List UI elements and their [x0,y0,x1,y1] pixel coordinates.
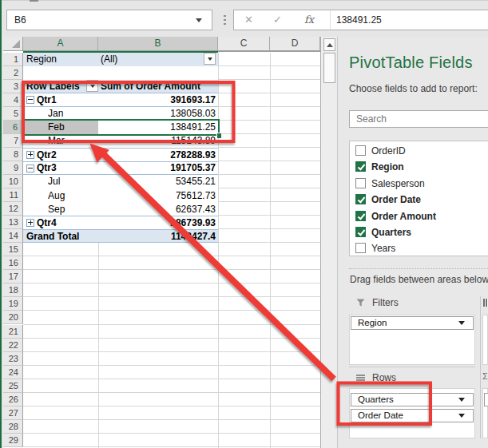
name-box-dropdown-icon[interactable] [196,18,202,22]
field-item-region[interactable]: Region [351,159,486,175]
pivot-label-qtr2[interactable]: Qtr2 [37,149,57,161]
pivot-value-jul[interactable]: 53455.21 [176,175,216,188]
checkbox-salesperson[interactable] [355,178,366,188]
row-header-14[interactable]: 14 [3,229,23,243]
row-header-4[interactable]: 4 [3,93,23,107]
column-header-b[interactable]: B [98,37,218,51]
row-header-26[interactable]: 26 [3,393,23,406]
insert-function-icon[interactable]: fx [304,10,322,30]
row-header-28[interactable]: 28 [3,420,23,434]
row-header-3[interactable]: 3 [3,80,23,93]
row-header-2[interactable]: 2 [3,66,23,80]
pivot-label-mar[interactable]: Mar [48,134,65,148]
row-header-13[interactable]: 13 [3,216,23,229]
checkbox-years[interactable] [355,243,366,253]
pivot-label-sep[interactable]: Sep [48,202,65,216]
rows-pill-quarters[interactable]: Quarters [351,393,474,406]
pivot-values-header[interactable]: Sum of Order Amount [101,80,200,93]
row-header-24[interactable]: 24 [3,366,23,379]
field-item-order-amount[interactable]: Order Amount [351,208,486,224]
checkbox-order-date[interactable] [355,194,366,204]
row-header-8[interactable]: 8 [3,148,23,161]
pivot-filter-dropdown-button[interactable] [204,53,216,65]
row-header-29[interactable]: 29 [3,434,23,447]
vertical-scrollbar-thumb[interactable] [323,53,335,83]
formula-bar-grip[interactable] [224,15,226,26]
vertical-scrollbar[interactable] [321,37,337,448]
gridline [218,106,320,107]
field-item-years[interactable]: Years [351,240,486,256]
field-item-order-date[interactable]: Order Date [351,192,486,208]
pivot-value-qtr1[interactable]: 391693.17 [170,93,216,106]
pivot-value-aug[interactable]: 75612.73 [176,188,216,202]
pivot-label-qtr4[interactable]: Qtr4 [37,216,57,229]
row-header-22[interactable]: 22 [3,339,23,352]
row-header-11[interactable]: 11 [3,188,23,202]
row-header-21[interactable]: 21 [3,325,23,339]
row-header-12[interactable]: 12 [3,202,23,216]
pivot-label-grand-total[interactable]: Grand Total [26,230,79,242]
checkbox-orderid[interactable] [355,145,366,156]
select-all-corner[interactable] [3,37,23,51]
row-labels-filter-button[interactable] [86,80,98,92]
row-header-17[interactable]: 17 [3,270,23,283]
column-header-a[interactable]: A [23,37,98,51]
row-header-27[interactable]: 27 [3,406,23,420]
column-header-c[interactable]: C [218,37,270,51]
collapse-button-qtr1[interactable] [26,96,34,104]
column-header-d[interactable]: D [270,37,320,51]
pivot-value-qtr4[interactable]: 286739.93 [170,216,216,229]
row-header-1[interactable]: 1 [3,53,23,66]
pivot-value-qtr3[interactable]: 191705.37 [170,162,216,174]
enter-icon[interactable]: ✓ [273,10,286,30]
gridline [218,161,320,161]
checkbox-region[interactable] [355,161,366,172]
row-header-6[interactable]: 6 [3,121,23,134]
rows-pill-order-date[interactable]: Order Date [351,409,474,422]
field-item-quarters[interactable]: Quarters [351,224,486,240]
collapse-button-qtr3[interactable] [26,165,34,172]
pivot-value-sep[interactable]: 62637.43 [176,202,216,216]
row-header-20[interactable]: 20 [3,311,23,324]
pill-dropdown-icon[interactable] [458,321,465,325]
pill-dropdown-icon[interactable] [458,398,465,402]
expand-button-qtr4[interactable] [26,219,34,227]
row-header-25[interactable]: 25 [3,379,23,393]
row-header-9[interactable]: 9 [3,161,23,175]
field-item-salesperson[interactable]: Salesperson [351,176,486,192]
columns-icon [483,299,488,307]
row-header-15[interactable]: 15 [3,243,23,256]
pivot-label-aug[interactable]: Aug [48,188,65,202]
expand-button-qtr2[interactable] [26,151,34,159]
pivot-row-labels-header[interactable]: Row Labels [26,80,80,93]
row-header-5[interactable]: 5 [3,107,23,121]
pivot-label-qtr1[interactable]: Qtr1 [37,93,57,106]
row-header-23[interactable]: 23 [3,352,23,366]
gridline [218,215,320,216]
row-header-10[interactable]: 10 [3,175,23,188]
checkbox-order-amount[interactable] [355,211,366,221]
pill-dropdown-icon[interactable] [458,414,465,418]
row-header-7[interactable]: 7 [3,134,23,148]
pivot-row-8: Qtr2278288.93 [23,148,218,161]
row-header-16[interactable]: 16 [3,256,23,270]
columns-drop-zone[interactable] [482,315,488,365]
gridline [23,338,218,339]
checkbox-quarters[interactable] [355,227,366,237]
row-header-18[interactable]: 18 [3,283,23,297]
values-pill-sliver[interactable] [484,393,488,406]
pivot-label-qtr3[interactable]: Qtr3 [37,162,57,174]
row-header-19[interactable]: 19 [3,297,23,311]
field-item-orderid[interactable]: OrderID [351,143,486,159]
scroll-up-button[interactable] [323,38,335,51]
pivot-filter-value-cell[interactable]: (All) [101,53,117,66]
row-header-gutter [2,37,3,448]
selection-fill-handle[interactable] [216,133,222,138]
pivot-filter-name-cell[interactable]: Region [26,53,57,66]
cancel-icon[interactable]: ✕ [244,10,256,30]
pivot-label-jul[interactable]: Jul [48,175,60,188]
pivot-value-grand-total[interactable]: 1148427.4 [171,230,216,242]
filters-pill-region[interactable]: Region [351,316,474,330]
pivot-value-qtr2[interactable]: 278288.93 [170,149,216,161]
pivot-value-mar[interactable]: 115143.89 [171,134,216,148]
